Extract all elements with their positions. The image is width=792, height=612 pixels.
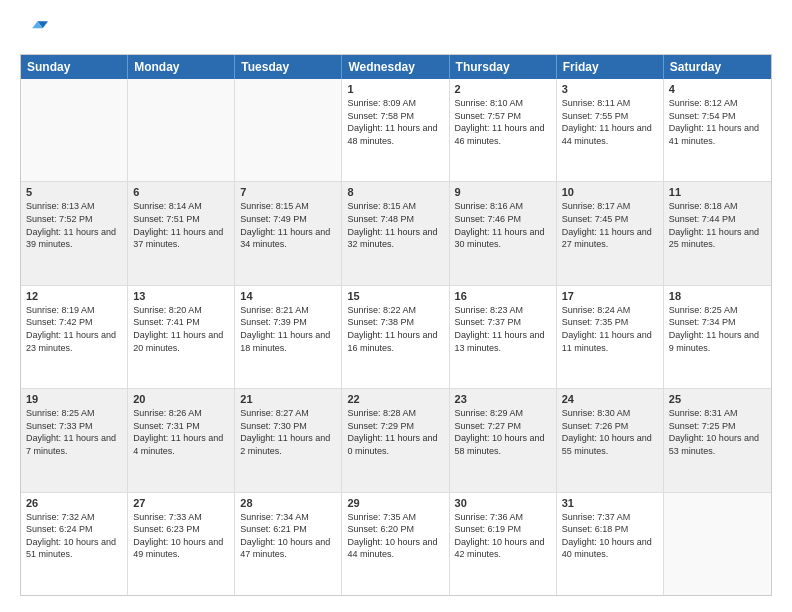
weekday-header: Tuesday — [235, 55, 342, 79]
calendar-cell: 3Sunrise: 8:11 AM Sunset: 7:55 PM Daylig… — [557, 79, 664, 181]
day-number: 14 — [240, 290, 336, 302]
weekday-header: Monday — [128, 55, 235, 79]
day-info: Sunrise: 8:17 AM Sunset: 7:45 PM Dayligh… — [562, 200, 658, 250]
calendar-cell: 29Sunrise: 7:35 AM Sunset: 6:20 PM Dayli… — [342, 493, 449, 595]
weekday-header: Wednesday — [342, 55, 449, 79]
day-info: Sunrise: 8:13 AM Sunset: 7:52 PM Dayligh… — [26, 200, 122, 250]
day-info: Sunrise: 8:18 AM Sunset: 7:44 PM Dayligh… — [669, 200, 766, 250]
calendar-cell: 26Sunrise: 7:32 AM Sunset: 6:24 PM Dayli… — [21, 493, 128, 595]
day-number: 1 — [347, 83, 443, 95]
calendar-cell: 28Sunrise: 7:34 AM Sunset: 6:21 PM Dayli… — [235, 493, 342, 595]
calendar-cell — [128, 79, 235, 181]
day-info: Sunrise: 8:26 AM Sunset: 7:31 PM Dayligh… — [133, 407, 229, 457]
day-number: 25 — [669, 393, 766, 405]
day-number: 10 — [562, 186, 658, 198]
calendar-cell: 21Sunrise: 8:27 AM Sunset: 7:30 PM Dayli… — [235, 389, 342, 491]
header — [20, 16, 772, 44]
day-number: 12 — [26, 290, 122, 302]
day-number: 16 — [455, 290, 551, 302]
day-info: Sunrise: 8:23 AM Sunset: 7:37 PM Dayligh… — [455, 304, 551, 354]
day-number: 23 — [455, 393, 551, 405]
calendar-cell: 7Sunrise: 8:15 AM Sunset: 7:49 PM Daylig… — [235, 182, 342, 284]
day-info: Sunrise: 7:34 AM Sunset: 6:21 PM Dayligh… — [240, 511, 336, 561]
day-info: Sunrise: 8:28 AM Sunset: 7:29 PM Dayligh… — [347, 407, 443, 457]
day-info: Sunrise: 8:25 AM Sunset: 7:34 PM Dayligh… — [669, 304, 766, 354]
day-info: Sunrise: 8:15 AM Sunset: 7:48 PM Dayligh… — [347, 200, 443, 250]
calendar-cell: 9Sunrise: 8:16 AM Sunset: 7:46 PM Daylig… — [450, 182, 557, 284]
calendar-cell: 6Sunrise: 8:14 AM Sunset: 7:51 PM Daylig… — [128, 182, 235, 284]
calendar-cell: 16Sunrise: 8:23 AM Sunset: 7:37 PM Dayli… — [450, 286, 557, 388]
calendar-body: 1Sunrise: 8:09 AM Sunset: 7:58 PM Daylig… — [21, 79, 771, 595]
logo — [20, 16, 52, 44]
calendar-cell — [21, 79, 128, 181]
page: SundayMondayTuesdayWednesdayThursdayFrid… — [0, 0, 792, 612]
day-number: 28 — [240, 497, 336, 509]
calendar-header: SundayMondayTuesdayWednesdayThursdayFrid… — [21, 55, 771, 79]
weekday-header: Sunday — [21, 55, 128, 79]
day-info: Sunrise: 8:10 AM Sunset: 7:57 PM Dayligh… — [455, 97, 551, 147]
day-number: 27 — [133, 497, 229, 509]
day-info: Sunrise: 8:31 AM Sunset: 7:25 PM Dayligh… — [669, 407, 766, 457]
day-number: 11 — [669, 186, 766, 198]
day-info: Sunrise: 8:27 AM Sunset: 7:30 PM Dayligh… — [240, 407, 336, 457]
day-info: Sunrise: 8:14 AM Sunset: 7:51 PM Dayligh… — [133, 200, 229, 250]
day-info: Sunrise: 7:33 AM Sunset: 6:23 PM Dayligh… — [133, 511, 229, 561]
day-number: 17 — [562, 290, 658, 302]
logo-icon — [20, 16, 48, 44]
day-number: 15 — [347, 290, 443, 302]
day-info: Sunrise: 8:11 AM Sunset: 7:55 PM Dayligh… — [562, 97, 658, 147]
day-number: 19 — [26, 393, 122, 405]
calendar-cell: 30Sunrise: 7:36 AM Sunset: 6:19 PM Dayli… — [450, 493, 557, 595]
day-info: Sunrise: 8:16 AM Sunset: 7:46 PM Dayligh… — [455, 200, 551, 250]
day-number: 8 — [347, 186, 443, 198]
calendar-row: 26Sunrise: 7:32 AM Sunset: 6:24 PM Dayli… — [21, 493, 771, 595]
day-number: 20 — [133, 393, 229, 405]
calendar-cell: 4Sunrise: 8:12 AM Sunset: 7:54 PM Daylig… — [664, 79, 771, 181]
calendar-cell: 10Sunrise: 8:17 AM Sunset: 7:45 PM Dayli… — [557, 182, 664, 284]
calendar-cell: 31Sunrise: 7:37 AM Sunset: 6:18 PM Dayli… — [557, 493, 664, 595]
day-number: 6 — [133, 186, 229, 198]
day-number: 13 — [133, 290, 229, 302]
calendar-row: 5Sunrise: 8:13 AM Sunset: 7:52 PM Daylig… — [21, 182, 771, 285]
weekday-header: Saturday — [664, 55, 771, 79]
calendar-cell: 8Sunrise: 8:15 AM Sunset: 7:48 PM Daylig… — [342, 182, 449, 284]
calendar-cell: 19Sunrise: 8:25 AM Sunset: 7:33 PM Dayli… — [21, 389, 128, 491]
calendar-cell — [664, 493, 771, 595]
calendar-cell: 18Sunrise: 8:25 AM Sunset: 7:34 PM Dayli… — [664, 286, 771, 388]
calendar-cell: 20Sunrise: 8:26 AM Sunset: 7:31 PM Dayli… — [128, 389, 235, 491]
day-number: 9 — [455, 186, 551, 198]
calendar-row: 1Sunrise: 8:09 AM Sunset: 7:58 PM Daylig… — [21, 79, 771, 182]
day-info: Sunrise: 8:21 AM Sunset: 7:39 PM Dayligh… — [240, 304, 336, 354]
day-info: Sunrise: 7:36 AM Sunset: 6:19 PM Dayligh… — [455, 511, 551, 561]
day-number: 24 — [562, 393, 658, 405]
day-info: Sunrise: 8:29 AM Sunset: 7:27 PM Dayligh… — [455, 407, 551, 457]
day-number: 5 — [26, 186, 122, 198]
calendar-cell: 15Sunrise: 8:22 AM Sunset: 7:38 PM Dayli… — [342, 286, 449, 388]
calendar-cell: 14Sunrise: 8:21 AM Sunset: 7:39 PM Dayli… — [235, 286, 342, 388]
calendar-cell: 22Sunrise: 8:28 AM Sunset: 7:29 PM Dayli… — [342, 389, 449, 491]
calendar-cell: 11Sunrise: 8:18 AM Sunset: 7:44 PM Dayli… — [664, 182, 771, 284]
day-info: Sunrise: 8:22 AM Sunset: 7:38 PM Dayligh… — [347, 304, 443, 354]
calendar-cell: 25Sunrise: 8:31 AM Sunset: 7:25 PM Dayli… — [664, 389, 771, 491]
day-info: Sunrise: 8:25 AM Sunset: 7:33 PM Dayligh… — [26, 407, 122, 457]
calendar-cell: 1Sunrise: 8:09 AM Sunset: 7:58 PM Daylig… — [342, 79, 449, 181]
calendar-cell — [235, 79, 342, 181]
day-number: 18 — [669, 290, 766, 302]
day-info: Sunrise: 7:37 AM Sunset: 6:18 PM Dayligh… — [562, 511, 658, 561]
day-info: Sunrise: 8:24 AM Sunset: 7:35 PM Dayligh… — [562, 304, 658, 354]
day-info: Sunrise: 7:32 AM Sunset: 6:24 PM Dayligh… — [26, 511, 122, 561]
day-number: 26 — [26, 497, 122, 509]
calendar-cell: 27Sunrise: 7:33 AM Sunset: 6:23 PM Dayli… — [128, 493, 235, 595]
day-info: Sunrise: 8:20 AM Sunset: 7:41 PM Dayligh… — [133, 304, 229, 354]
weekday-header: Friday — [557, 55, 664, 79]
calendar-cell: 13Sunrise: 8:20 AM Sunset: 7:41 PM Dayli… — [128, 286, 235, 388]
day-number: 4 — [669, 83, 766, 95]
calendar-row: 19Sunrise: 8:25 AM Sunset: 7:33 PM Dayli… — [21, 389, 771, 492]
calendar-row: 12Sunrise: 8:19 AM Sunset: 7:42 PM Dayli… — [21, 286, 771, 389]
day-info: Sunrise: 8:15 AM Sunset: 7:49 PM Dayligh… — [240, 200, 336, 250]
calendar-cell: 17Sunrise: 8:24 AM Sunset: 7:35 PM Dayli… — [557, 286, 664, 388]
calendar: SundayMondayTuesdayWednesdayThursdayFrid… — [20, 54, 772, 596]
calendar-cell: 12Sunrise: 8:19 AM Sunset: 7:42 PM Dayli… — [21, 286, 128, 388]
calendar-cell: 5Sunrise: 8:13 AM Sunset: 7:52 PM Daylig… — [21, 182, 128, 284]
calendar-cell: 2Sunrise: 8:10 AM Sunset: 7:57 PM Daylig… — [450, 79, 557, 181]
